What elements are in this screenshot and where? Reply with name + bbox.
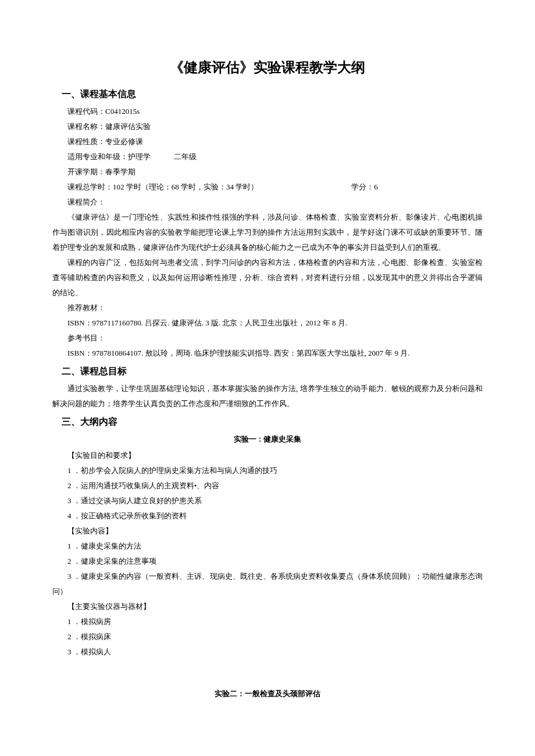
apply-label: 适用专业和年级： [67, 152, 128, 161]
apply-line: 适用专业和年级：护理学二年级 [52, 149, 483, 164]
exp1-title: 实验一 : 健康史采集 [52, 434, 483, 445]
exp2-title: 实验二：一般检查及头颈部评估 [52, 689, 483, 699]
course-name-label: 课程名称： [67, 122, 105, 131]
section2-body: 通过实验教学，让学生巩固基础理论知识，基本掌握实验的操作方法, 培养学生独立的动… [52, 381, 483, 411]
exp1-content-1: 1 ．健康史采集的方法 [52, 539, 483, 554]
hours-label: 课程总学时： [67, 182, 113, 191]
course-name-line: 课程名称：健康评估实验 [52, 119, 483, 134]
hours: 102 学时（理论：68 学时，实验：34 学时） [113, 182, 258, 191]
intro-p2: 课程的内容广泛，包括如何与患者交流，到学习问诊的内容和方法，体格检查的内容和方法… [52, 255, 483, 300]
page-title: 《健康评估》实验课程教学大纲 [52, 58, 483, 77]
intro-label-line: 课程简介： [52, 195, 483, 210]
apply-grade: 二年级 [174, 152, 197, 161]
exp1-content-heading: 【实验内容】 [52, 524, 483, 539]
exp1-purpose-3: 3 ．通过交谈与病人建立良好的护患关系 [52, 493, 483, 508]
textbook-label-line: 推荐教材： [52, 300, 483, 316]
semester-line: 开课学期：春季学期 [52, 164, 483, 180]
course-code: C0412015s [105, 107, 140, 116]
ref-label: 参考书目： [67, 334, 105, 342]
credit-label: 学分： [351, 182, 374, 191]
course-code-line: 课程代码：C0412015s [52, 104, 483, 119]
course-nature-line: 课程性质：专业必修课 [52, 134, 483, 149]
ref-label-line: 参考书目： [52, 331, 483, 346]
exp1-content-2: 2 ．健康史采集的注意事项 [52, 554, 483, 569]
course-name: 健康评估实验 [105, 122, 151, 131]
apply-major: 护理学 [128, 152, 151, 161]
course-code-label: 课程代码： [67, 107, 105, 116]
exp1-equip-2: 2 ．模拟病床 [52, 629, 483, 644]
exp1-purpose-heading: 【实验目的和要求】 [52, 448, 483, 463]
semester: 春季学期 [105, 167, 135, 176]
exp1-equip-3: 3 ．模拟病人 [52, 644, 483, 660]
exp1-purpose-1: 1 ．初步学会入院病人的护理病史采集方法和与病人沟通的技巧 [52, 463, 483, 478]
exp1-purpose-4: 4 ．按正确格式记录所收集到的资料 [52, 508, 483, 524]
section1-heading: 一、课程基本信息 [52, 88, 483, 101]
exp1-equip-heading: 【主要实验仪器与器材】 [52, 599, 483, 614]
textbook-line: ISBN：9787117160780. 吕探云. 健康评估. 3 版. 北京：人… [52, 316, 483, 331]
section2-heading: 二、课程总目标 [52, 366, 483, 378]
course-nature-label: 课程性质： [67, 137, 105, 146]
semester-label: 开课学期： [67, 167, 105, 176]
intro-label: 课程简介： [67, 198, 105, 206]
section3-heading: 三、大纲内容 [52, 416, 483, 428]
exp1-purpose-2: 2 ．运用沟通技巧收集病人的主观资料•、内容 [52, 478, 483, 493]
hours-line: 课程总学时：102 学时（理论：68 学时，实验：34 学时）学分：6 [52, 180, 483, 195]
exp1-content-3: 3 ．健康史采集的内容（一般资料、主诉、现病史、既往史、各系统病史资料收集要点（… [52, 569, 483, 599]
ref-line: ISBN：9787810864107. 敖以玲，周琦. 临床护理技能实训指导. … [52, 346, 483, 361]
textbook-label: 推荐教材： [67, 303, 105, 312]
credit: 6 [374, 182, 378, 191]
intro-p1: 《健康评估》是一门理论性、实践性和操作性很强的学科，涉及问诊、体格检查、实验室资… [52, 210, 483, 255]
exp1-equip-1: 1 ．模拟病房 [52, 614, 483, 629]
course-nature: 专业必修课 [105, 137, 143, 146]
